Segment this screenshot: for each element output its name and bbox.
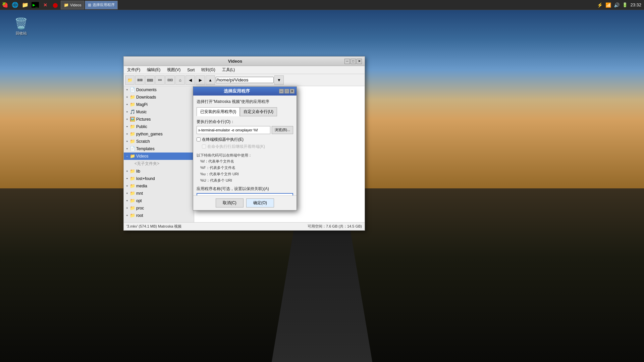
fm-status-left: '3.mkv' (574.1 MB) Matroska 视频 <box>126 224 181 229</box>
clock: 23:32 <box>630 2 641 7</box>
ac-close-btn[interactable]: ✕ <box>290 89 294 94</box>
ac-footer: 取消(C) 确定(O) <box>193 195 297 210</box>
fm-btn-detail-view[interactable]: ⊟⊟ <box>165 75 175 85</box>
taskbar: 🍓 🌐 📁 ▶_ ✕ ⬤ 📁 Videos ⊞ 选择应用程序 ⚡ 📶 🔊 <box>0 0 644 10</box>
fm-btn-icon-view[interactable]: ⊞⊞ <box>135 75 145 85</box>
sidebar-item-scratch[interactable]: + 📁 Scratch <box>124 138 194 145</box>
math-icon[interactable]: ✕ <box>41 0 50 10</box>
ac-tab-installed[interactable]: 已安装的应用程序(I) <box>197 107 240 116</box>
app-chooser-btn[interactable]: ⊞ 选择应用程序 <box>85 1 118 9</box>
ac-code-3: %u：代表单个文件 URI <box>197 171 293 177</box>
wolfram-icon[interactable]: ⬤ <box>51 0 60 10</box>
ac-ok-btn[interactable]: 确定(O) <box>246 198 274 207</box>
ac-terminal-check-row: 在终端模拟器中执行(E) <box>197 137 293 142</box>
recycle-bin-icon[interactable]: 🗑️ 回收站 <box>9 17 33 36</box>
fm-menu-goto[interactable]: 转到(G) <box>199 66 217 73</box>
fm-statusbar: '3.mkv' (574.1 MB) Matroska 视频 可用空间：7.6 … <box>124 222 365 230</box>
ac-terminal-checkbox[interactable] <box>197 137 201 141</box>
ac-code-4: %U：代表多个 URI <box>197 177 293 184</box>
sidebar-item-opt[interactable]: + 📁 opt <box>124 197 194 204</box>
fm-btn-folder[interactable]: 📁 <box>125 75 135 85</box>
ac-titlebar: 选择应用程序 ─ □ ✕ <box>193 87 297 96</box>
ac-cmd-input[interactable] <box>197 126 270 134</box>
videos-window-btn[interactable]: 📁 Videos <box>61 1 84 9</box>
app-chooser-dialog: 选择应用程序 ─ □ ✕ 选择打开"Matroska 视频"使用的应用程序 已安… <box>193 86 297 210</box>
fm-btn-list-view[interactable]: ≡≡ <box>155 75 165 85</box>
sidebar-item-mnt[interactable]: + 📁 mnt <box>124 190 194 197</box>
ac-cancel-btn[interactable]: 取消(C) <box>216 198 244 207</box>
raspberry-icon[interactable]: 🍓 <box>0 0 10 10</box>
ac-keep-open-checkbox[interactable] <box>202 144 206 148</box>
ac-subtitle: 选择打开"Matroska 视频"使用的应用程序 <box>197 99 293 105</box>
fm-btn-up[interactable]: ▲ <box>206 75 215 85</box>
ac-keep-open-label: 在命令执行行后继续开着终端(K) <box>207 144 265 149</box>
taskbar-system-tray: ⚡ 📶 🔊 🔋 23:32 <box>597 2 644 8</box>
ac-maximize-btn[interactable]: □ <box>284 89 289 94</box>
fm-status-right: 可用空间：7.6 GB (共：14.5 GB) <box>308 224 362 229</box>
fm-btn-back[interactable]: ◀ <box>185 75 195 85</box>
fm-menubar: 文件(F) 编辑(E) 视图(V) Sort 转到(G) 工具(L) <box>124 66 365 74</box>
battery-icon: 🔋 <box>622 2 628 7</box>
ac-browse-btn[interactable]: 浏览(B)... <box>272 126 293 134</box>
sidebar-item-videos[interactable]: − 📁 Videos <box>124 153 194 160</box>
fm-btn-compact-view[interactable]: ▤▤ <box>145 75 155 85</box>
sidebar-item-lost-found[interactable]: + 📁 lost+found <box>124 175 194 182</box>
fm-btn-home[interactable]: ⌂ <box>175 75 185 85</box>
fm-minimize-btn[interactable]: ─ <box>344 59 350 64</box>
fm-menu-view[interactable]: 视图(V) <box>165 66 182 73</box>
fm-address-bar[interactable] <box>216 77 274 83</box>
sidebar-item-templates[interactable]: + 📄 Templates <box>124 145 194 153</box>
sidebar-item-magpi[interactable]: + 📁 MagPi <box>124 101 194 108</box>
ac-cmd-label: 要执行的命令行(O)： <box>197 119 293 125</box>
sidebar-item-proc[interactable]: + 📁 proc <box>124 204 194 212</box>
fm-title: Videos <box>126 59 344 64</box>
fm-close-btn[interactable]: ✕ <box>357 59 362 64</box>
ac-app-name-input[interactable] <box>197 193 293 195</box>
globe-icon[interactable]: 🌐 <box>10 0 20 10</box>
fm-sidebar: + 📄 Documents + 📁 Downloads + 📁 MagPi + … <box>124 86 194 222</box>
fm-maximize-btn[interactable]: □ <box>351 59 356 64</box>
ac-cmd-row: 浏览(B)... <box>197 126 293 134</box>
sidebar-item-pictures[interactable]: + 🖼️ Pictures <box>124 116 194 123</box>
fm-titlebar: Videos ─ □ ✕ <box>124 57 365 66</box>
fm-menu-file[interactable]: 文件(F) <box>125 66 142 73</box>
fm-btn-forward[interactable]: ▶ <box>196 75 205 85</box>
terminal-icon[interactable]: ▶_ <box>31 0 40 10</box>
ac-special-codes: 以下特殊代码可以在终端中使用： %f：代表单个文件名 %F：代表多个文件名 %u… <box>197 152 293 183</box>
ac-app-name-label: 应用程序名称(可选，设置以保持关联)(A) <box>197 186 293 192</box>
bluetooth-icon: ⚡ <box>597 2 603 8</box>
sidebar-item-lib[interactable]: + 📁 lib <box>124 168 194 175</box>
ac-code-2: %F：代表多个文件名 <box>197 165 293 171</box>
fm-menu-edit[interactable]: 编辑(E) <box>145 66 162 73</box>
ac-terminal-label: 在终端模拟器中执行(E) <box>202 137 244 142</box>
sidebar-item-public[interactable]: + 📁 Public <box>124 123 194 130</box>
wifi-icon: 📶 <box>605 2 611 8</box>
ac-code-1: %f：代表单个文件名 <box>197 158 293 165</box>
ac-tab-custom[interactable]: 自定义命令行(U) <box>240 107 277 116</box>
fm-menu-tools[interactable]: 工具(L) <box>220 66 237 73</box>
ac-minimize-btn[interactable]: ─ <box>279 89 284 94</box>
folder-icon-taskbar[interactable]: 📁 <box>20 0 30 10</box>
ac-tabs: 已安装的应用程序(I) 自定义命令行(U) <box>197 107 293 116</box>
sidebar-item-documents[interactable]: + 📄 Documents <box>124 86 194 94</box>
sidebar-item-root[interactable]: + 📁 root <box>124 212 194 219</box>
sidebar-item-music[interactable]: + 🎵 Music <box>124 108 194 116</box>
sidebar-item-no-subfolders: <无子文件夹> <box>124 160 194 168</box>
volume-icon: 🔊 <box>614 2 620 8</box>
fm-btn-menu[interactable]: ▼ <box>274 75 284 85</box>
ac-body: 选择打开"Matroska 视频"使用的应用程序 已安装的应用程序(I) 自定义… <box>193 96 297 195</box>
fm-toolbar: 📁 ⊞⊞ ▤▤ ≡≡ ⊟⊟ ⌂ ◀ ▶ ▲ ▼ <box>124 74 365 86</box>
sidebar-item-media[interactable]: + 📁 media <box>124 182 194 190</box>
ac-special-title: 以下特殊代码可以在终端中使用： <box>197 152 293 159</box>
sidebar-item-downloads[interactable]: + 📁 Downloads <box>124 94 194 101</box>
ac-keep-open-row: 在命令执行行后继续开着终端(K) <box>202 144 293 149</box>
ac-title: 选择应用程序 <box>195 88 278 94</box>
sidebar-item-python-games[interactable]: + 📁 python_games <box>124 130 194 138</box>
fm-menu-sort[interactable]: Sort <box>185 67 197 73</box>
